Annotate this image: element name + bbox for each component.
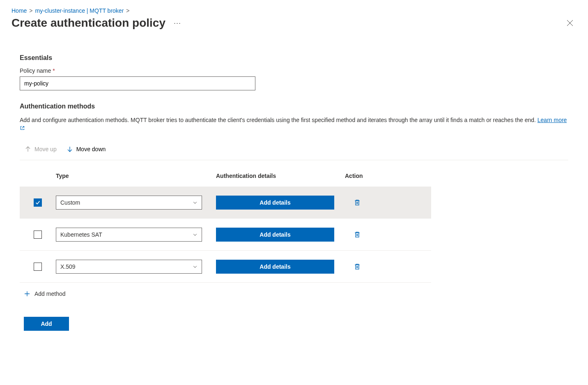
delete-row-button[interactable] xyxy=(351,228,364,241)
row-checkbox[interactable] xyxy=(34,263,42,271)
trash-icon xyxy=(354,199,361,206)
plus-icon xyxy=(24,290,30,297)
auth-methods-description: Add and configure authentication methods… xyxy=(20,116,568,134)
external-link-icon xyxy=(20,124,25,133)
add-details-button[interactable]: Add details xyxy=(216,260,334,274)
essentials-heading: Essentials xyxy=(20,54,568,62)
chevron-down-icon xyxy=(193,264,198,269)
table-row: Custom Add details xyxy=(20,187,431,219)
breadcrumb-home[interactable]: Home xyxy=(11,7,27,14)
type-select[interactable]: Kubernetes SAT xyxy=(56,228,202,242)
table-header: Type Authentication details Action xyxy=(20,160,431,187)
close-button[interactable] xyxy=(563,16,577,30)
arrow-down-icon xyxy=(67,146,73,152)
policy-name-label: Policy name * xyxy=(20,67,568,74)
move-up-button[interactable]: Move up xyxy=(24,144,57,154)
column-header-details: Authentication details xyxy=(216,173,345,179)
type-select[interactable]: Custom xyxy=(56,196,202,210)
add-method-button[interactable]: Add method xyxy=(20,283,431,304)
table-row: Kubernetes SAT Add details xyxy=(20,219,431,251)
check-icon xyxy=(35,200,41,205)
title-row: Create authentication policy ··· xyxy=(11,16,577,30)
close-icon xyxy=(567,20,573,26)
methods-toolbar: Move up Move down xyxy=(20,142,568,160)
trash-icon xyxy=(354,231,361,238)
auth-methods-heading: Authentication methods xyxy=(20,103,568,110)
policy-name-input[interactable] xyxy=(20,76,255,90)
breadcrumb: Home > my-cluster-instance | MQTT broker… xyxy=(11,7,577,14)
column-header-type: Type xyxy=(56,173,216,179)
row-checkbox[interactable] xyxy=(34,231,42,239)
more-options-button[interactable]: ··· xyxy=(172,17,183,29)
breadcrumb-instance[interactable]: my-cluster-instance | MQTT broker xyxy=(35,7,124,14)
trash-icon xyxy=(354,263,361,270)
chevron-down-icon xyxy=(193,232,198,237)
chevron-right-icon: > xyxy=(126,7,129,14)
column-header-action: Action xyxy=(345,173,431,179)
add-details-button[interactable]: Add details xyxy=(216,196,334,210)
delete-row-button[interactable] xyxy=(351,260,364,273)
type-select[interactable]: X.509 xyxy=(56,260,202,274)
move-down-button[interactable]: Move down xyxy=(66,144,107,154)
table-row: X.509 Add details xyxy=(20,251,431,283)
arrow-up-icon xyxy=(25,146,31,152)
add-details-button[interactable]: Add details xyxy=(216,228,334,242)
chevron-right-icon: > xyxy=(29,7,32,14)
row-checkbox[interactable] xyxy=(34,198,42,207)
delete-row-button[interactable] xyxy=(351,196,364,209)
add-policy-button[interactable]: Add xyxy=(24,317,69,331)
page-title: Create authentication policy xyxy=(11,16,165,30)
chevron-down-icon xyxy=(193,200,198,205)
methods-table: Type Authentication details Action Custo… xyxy=(20,160,431,283)
